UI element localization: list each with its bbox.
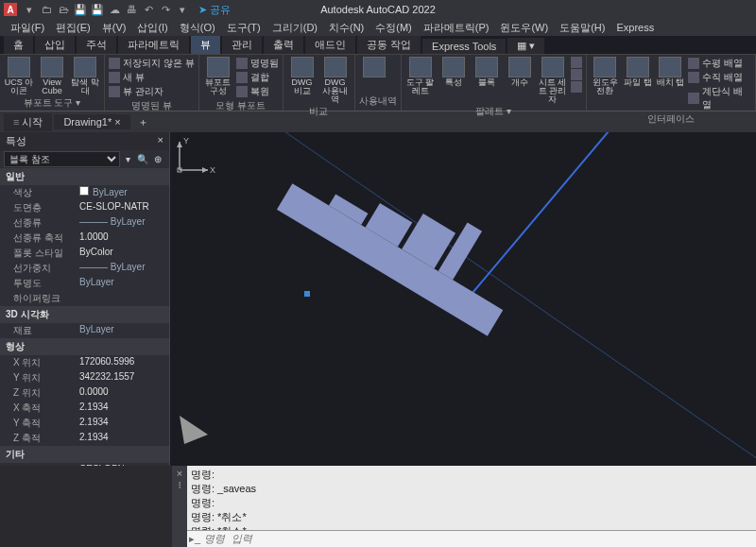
props-value[interactable]: 172060.5996 <box>79 356 167 369</box>
menu-tools[interactable]: 도구(T) <box>222 20 266 36</box>
tab-manage[interactable]: 관리 <box>222 36 262 54</box>
props-value[interactable]: CESLOPN <box>79 464 167 466</box>
props-row[interactable]: X 축적2.1934 <box>0 401 169 416</box>
drawing-canvas[interactable]: X Y <box>170 132 756 466</box>
redo-icon[interactable]: ↷ <box>159 3 172 16</box>
tab-view[interactable]: 뷰 <box>191 36 220 54</box>
menu-draw[interactable]: 그리기(D) <box>267 20 322 36</box>
tab-more-icon[interactable]: ▦ ▾ <box>507 38 544 54</box>
ribbon-title-modelvp[interactable]: 모형 뷰포트 <box>203 98 279 113</box>
pickadd-icon[interactable]: ⊕ <box>150 154 165 164</box>
props-row[interactable]: 도면층CE-SLOP-NATR <box>0 200 169 215</box>
undo-icon[interactable]: ↶ <box>142 3 155 16</box>
props-row[interactable]: Y 위치342232.1557 <box>0 370 169 385</box>
props-value[interactable]: 0.0000 <box>79 386 167 400</box>
new-view[interactable]: 새 뷰 <box>109 71 195 84</box>
props-value[interactable]: 2.1934 <box>79 417 167 430</box>
menu-express[interactable]: Express <box>611 21 659 34</box>
cascade[interactable]: 계단식 배열 <box>688 85 751 111</box>
new-icon[interactable]: ▾ <box>23 3 36 16</box>
props-row[interactable]: Z 위치0.0000 <box>0 385 169 401</box>
doctab-drawing1[interactable]: Drawing1* × <box>54 114 129 129</box>
menu-parametric[interactable]: 파라메트릭(P) <box>419 20 494 36</box>
props-row[interactable]: 선가중치——— ByLayer <box>0 261 169 276</box>
props-section-geom[interactable]: 형상 <box>0 338 169 355</box>
layout-tabs-button[interactable]: 배치 탭 <box>656 57 686 87</box>
props-value[interactable]: 1.0000 <box>79 231 167 245</box>
tab-addins[interactable]: 애드인 <box>305 36 355 54</box>
tile-horiz[interactable]: 수평 배열 <box>688 57 751 70</box>
properties-button[interactable]: 특성 <box>438 57 469 87</box>
props-row[interactable]: 이름CESLOPN <box>0 463 169 466</box>
props-row[interactable]: X 위치172060.5996 <box>0 355 169 370</box>
props-value[interactable]: ByColor <box>79 247 167 260</box>
print-icon[interactable]: 🖶 <box>125 3 138 16</box>
menu-dim[interactable]: 치수(N) <box>324 20 369 36</box>
cmd-handle-icon[interactable]: ፧ <box>179 479 181 491</box>
ribbon-title-interface[interactable]: 인터페이스 <box>591 111 751 127</box>
props-row[interactable]: 재료ByLayer <box>0 323 169 338</box>
quick-select-icon[interactable]: ▾ <box>120 154 135 164</box>
menu-insert[interactable]: 삽입(I) <box>132 20 172 36</box>
props-value[interactable] <box>79 292 167 305</box>
tab-express[interactable]: Express Tools <box>422 39 506 54</box>
save-icon[interactable]: 💾 <box>74 3 87 16</box>
menu-help[interactable]: 도움말(H) <box>555 20 610 36</box>
tool-palettes-button[interactable]: 도구 팔레트 <box>405 57 436 95</box>
qat-dropdown-icon[interactable]: ▾ <box>176 3 189 16</box>
cloud-icon[interactable]: ☁ <box>108 3 121 16</box>
ribbon-title-vp-tools[interactable]: 뷰포트 도구 ▾ <box>4 95 100 111</box>
props-value[interactable]: 2.1934 <box>79 432 167 445</box>
file-tabs-button[interactable]: 파일 탭 <box>623 57 653 87</box>
tab-annotate[interactable]: 주석 <box>77 36 116 54</box>
props-value[interactable]: 342232.1557 <box>79 371 167 385</box>
tab-output[interactable]: 출력 <box>264 36 303 54</box>
vp-config-button[interactable]: 뷰포트 구성 <box>203 57 233 95</box>
command-input[interactable] <box>202 531 756 547</box>
vp-named[interactable]: 명명됨 <box>236 57 279 70</box>
ribbon-title-palettes[interactable]: 팔레트 ▾ <box>405 104 582 119</box>
props-row[interactable]: Z 축적2.1934 <box>0 431 169 446</box>
dwg-history-button[interactable]: DWG 사용내역 <box>320 57 351 104</box>
viewcube-button[interactable]: View Cube <box>37 57 67 95</box>
tab-collab[interactable]: 공동 작업 <box>357 36 421 54</box>
props-value[interactable]: ——— ByLayer <box>79 262 167 275</box>
props-close-icon[interactable]: × <box>158 134 163 148</box>
props-section-general[interactable]: 일반 <box>0 168 169 185</box>
view-manager[interactable]: 뷰 관리자 <box>109 85 195 98</box>
vp-restore[interactable]: 복원 <box>236 85 279 98</box>
props-row[interactable]: Y 축적2.1934 <box>0 416 169 431</box>
props-row[interactable]: 플롯 스타일ByColor <box>0 246 169 261</box>
doctab-add[interactable]: ＋ <box>132 113 154 131</box>
share-button[interactable]: ➤ 공유 <box>198 3 231 17</box>
ribbon-title-compare[interactable]: 비교 <box>287 104 351 119</box>
menu-modify[interactable]: 수정(M) <box>370 20 417 36</box>
props-value[interactable]: ——— ByLayer <box>79 216 167 230</box>
saveas-icon[interactable]: 💾 <box>91 3 104 16</box>
command-history[interactable]: 명령:명령: _saveas명령:명령: *취소*명령: *취소*명령: 반대 … <box>187 466 756 530</box>
pal-mini-2[interactable] <box>571 69 582 80</box>
pal-mini-3[interactable] <box>571 81 582 93</box>
tab-insert[interactable]: 삽입 <box>35 36 75 54</box>
props-value[interactable]: ByLayer <box>79 324 167 337</box>
props-value[interactable]: CE-SLOP-NATR <box>79 201 167 214</box>
sheetset-button[interactable]: 시트 세트 관리자 <box>538 57 568 104</box>
props-value[interactable]: ByLayer <box>79 277 167 290</box>
tab-home[interactable]: 홈 <box>4 36 33 54</box>
props-row[interactable]: 투명도ByLayer <box>0 276 169 291</box>
switch-window-button[interactable]: 윈도우 전환 <box>591 57 621 95</box>
doctab-start[interactable]: ≡시작 <box>4 113 52 131</box>
folder-icon[interactable]: 🗀 <box>40 3 53 16</box>
menu-format[interactable]: 형식(O) <box>175 20 220 36</box>
ribbon-title-history[interactable]: 사용내역 <box>359 94 397 109</box>
menu-edit[interactable]: 편집(E) <box>51 20 95 36</box>
vp-join[interactable]: 결합 <box>236 71 279 84</box>
select-objects-icon[interactable]: 🔍 <box>135 154 150 164</box>
folder-open-icon[interactable]: 🗁 <box>57 3 70 16</box>
selection-type-select[interactable]: 블록 참조 <box>4 151 120 167</box>
menu-window[interactable]: 윈도우(W) <box>495 20 553 36</box>
props-section-3d[interactable]: 3D 시각화 <box>0 306 169 323</box>
menu-file[interactable]: 파일(F) <box>6 20 49 36</box>
props-row[interactable]: 하이퍼링크 <box>0 291 169 306</box>
blocks-button[interactable]: 블록 <box>472 57 502 87</box>
